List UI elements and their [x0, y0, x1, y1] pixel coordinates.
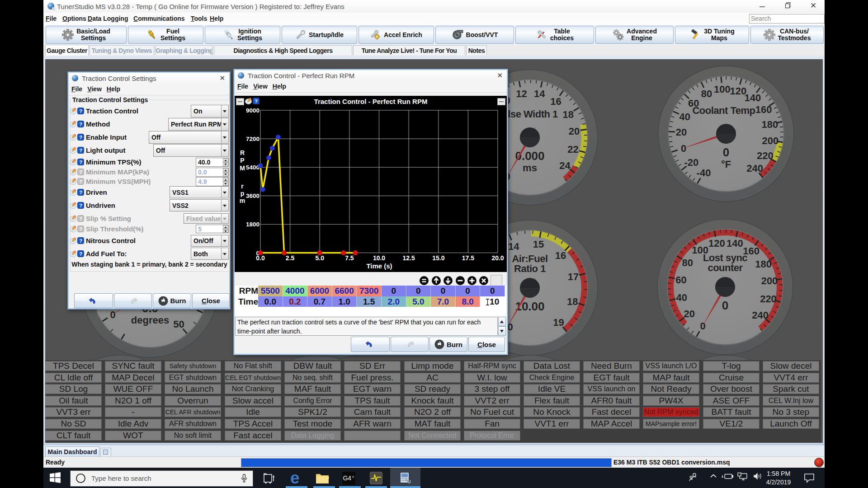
- svg-text:17.5: 17.5: [462, 254, 474, 262]
- svg-text:p: p: [241, 190, 245, 197]
- svg-text:0: 0: [681, 143, 686, 154]
- svg-text:40: 40: [679, 111, 690, 122]
- svg-text:counter: counter: [708, 262, 743, 273]
- svg-text:40: 40: [676, 292, 687, 303]
- svg-text:240: 240: [746, 163, 763, 174]
- svg-text:220: 220: [757, 150, 774, 161]
- svg-text:?: ?: [79, 226, 82, 232]
- svg-text:16: 16: [550, 96, 561, 107]
- svg-text:180: 180: [761, 119, 778, 130]
- svg-text:200: 200: [762, 135, 779, 146]
- svg-text:120: 120: [708, 238, 725, 249]
- svg-text:160: 160: [755, 104, 772, 115]
- svg-text:Ratio 1: Ratio 1: [514, 263, 546, 274]
- svg-text:r: r: [241, 183, 244, 190]
- svg-text:?: ?: [79, 216, 82, 221]
- svg-text:5.0: 5.0: [315, 254, 324, 262]
- svg-text:16: 16: [555, 250, 566, 261]
- svg-text:?: ?: [79, 160, 82, 165]
- svg-text:?: ?: [79, 203, 82, 208]
- svg-text:19: 19: [553, 317, 564, 328]
- svg-text:18: 18: [562, 109, 573, 120]
- svg-text:10.0: 10.0: [373, 254, 385, 262]
- svg-text:?: ?: [79, 108, 82, 114]
- svg-text:14: 14: [534, 88, 545, 99]
- svg-text:17: 17: [568, 271, 579, 282]
- svg-text:20: 20: [569, 126, 580, 137]
- svg-text:22: 22: [567, 144, 578, 155]
- svg-text:2.5: 2.5: [286, 254, 295, 262]
- svg-text:80: 80: [682, 257, 693, 268]
- svg-text:?: ?: [79, 169, 82, 175]
- svg-text:?: ?: [79, 148, 82, 153]
- svg-text:degrees: degrees: [131, 314, 169, 326]
- svg-text:60: 60: [675, 274, 686, 286]
- svg-text:m: m: [240, 197, 245, 204]
- svg-text:0: 0: [723, 145, 729, 159]
- svg-text:20: 20: [676, 127, 687, 138]
- svg-text:20: 20: [684, 308, 694, 319]
- svg-text:18: 18: [567, 296, 578, 307]
- svg-text:-20: -20: [684, 157, 699, 168]
- svg-text:12: 12: [516, 88, 527, 99]
- svg-text:140: 140: [744, 92, 761, 103]
- svg-text:0: 0: [110, 309, 115, 320]
- svg-text:9000: 9000: [246, 107, 259, 114]
- svg-text:°F: °F: [721, 159, 731, 170]
- svg-text:180: 180: [755, 258, 772, 270]
- svg-text:15.0: 15.0: [432, 254, 444, 262]
- svg-text:220: 220: [760, 293, 777, 305]
- svg-text:7200: 7200: [246, 136, 259, 142]
- svg-text:100: 100: [714, 84, 731, 95]
- svg-text:240: 240: [752, 310, 769, 321]
- svg-text:Coolant Temp: Coolant Temp: [692, 105, 755, 116]
- svg-text:?: ?: [79, 179, 82, 184]
- svg-text:3600: 3600: [246, 192, 259, 199]
- svg-text:ms: ms: [523, 162, 537, 174]
- svg-text:7.5: 7.5: [345, 254, 354, 262]
- svg-text:1800: 1800: [246, 221, 259, 228]
- svg-text:12.5: 12.5: [402, 254, 415, 262]
- svg-text:Time (s): Time (s): [366, 262, 392, 270]
- svg-text:?: ?: [79, 251, 82, 257]
- svg-text:50: 50: [173, 319, 184, 330]
- svg-text:24: 24: [559, 160, 571, 171]
- svg-text:P: P: [240, 157, 244, 164]
- svg-text:200: 200: [761, 275, 778, 286]
- svg-text:-40: -40: [697, 167, 711, 178]
- svg-text:20.0: 20.0: [491, 254, 504, 262]
- svg-text:80: 80: [701, 88, 712, 99]
- svg-text:R: R: [240, 149, 245, 156]
- svg-text:0: 0: [722, 299, 728, 312]
- svg-text:0.0: 0.0: [256, 254, 265, 262]
- svg-text:?: ?: [79, 190, 82, 195]
- svg-text:?: ?: [79, 122, 82, 127]
- svg-text:14: 14: [508, 241, 519, 252]
- svg-text:5400: 5400: [246, 164, 259, 171]
- svg-text:15: 15: [533, 239, 544, 250]
- svg-text:M: M: [240, 164, 245, 172]
- svg-text:140: 140: [726, 238, 743, 249]
- svg-text:?: ?: [79, 238, 82, 244]
- svg-text:?: ?: [79, 135, 82, 140]
